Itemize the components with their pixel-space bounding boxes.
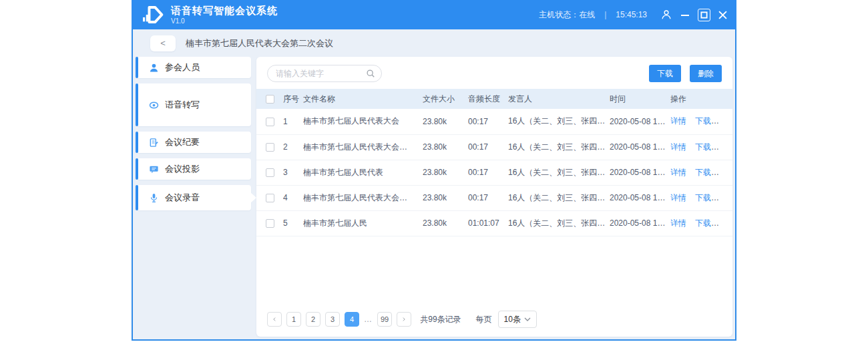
cell-index: 3 [283, 160, 303, 185]
cell-speakers: 16人（关二、刘三、张四…） [508, 109, 610, 134]
col-header-filename: 文件名称 [303, 89, 423, 109]
clock: 15:45:13 [616, 10, 647, 19]
cell-index: 5 [283, 210, 303, 236]
user-icon[interactable] [660, 9, 672, 21]
page-button-1[interactable]: 1 [286, 312, 301, 327]
row-delete-link[interactable]: 删除 [720, 193, 732, 202]
row-download-link[interactable]: 下载 [695, 142, 711, 152]
table-row: 2 楠丰市第七届人民代表大会… 23.80k 00:17 16人（关二、刘三、张… [256, 134, 732, 160]
row-delete-link[interactable]: 删除 [720, 142, 732, 152]
row-checkbox[interactable] [266, 118, 274, 126]
close-button[interactable] [718, 11, 727, 19]
sidebar-item-recordings[interactable]: 会议录音 [137, 185, 251, 210]
row-checkbox[interactable] [266, 194, 274, 202]
cell-time: 2020-05-08 19:36 [610, 185, 670, 210]
col-header-index: 序号 [283, 89, 303, 109]
back-button[interactable]: < [150, 35, 176, 51]
cell-index: 1 [283, 109, 303, 134]
app-version: V1.0 [171, 17, 278, 25]
prev-page-button[interactable] [267, 312, 282, 327]
brand: 语音转写智能会议系统 V1.0 [141, 5, 278, 25]
sidebar-item-label: 参会人员 [165, 61, 200, 73]
sidebar-item-voice-transcribe[interactable]: 语音转写 [137, 83, 251, 126]
page-button-3[interactable]: 3 [325, 312, 340, 327]
table-row: 4 楠丰市第七届人民代表大会… 23.80k 00:17 16人（关二、刘三、张… [256, 185, 732, 210]
chevron-left-icon [271, 317, 278, 321]
cell-actions: 详情下载删除 [670, 109, 732, 134]
row-delete-link[interactable]: 删除 [720, 168, 732, 177]
download-button[interactable]: 下载 [649, 65, 681, 82]
row-download-link[interactable]: 下载 [695, 218, 711, 228]
recordings-table: 序号 文件名称 文件大小 音频长度 发言人 时间 操作 1 楠丰市第七届人民代表… [256, 89, 732, 236]
cell-actions: 详情下载删除 [670, 160, 732, 185]
microphone-icon [149, 193, 159, 203]
title-bar: 语音转写智能会议系统 V1.0 主机状态：在线 | 15:45:13 [132, 0, 736, 29]
sidebar-item-label: 会议录音 [165, 192, 200, 204]
cell-filename: 楠丰市第七届人民 [303, 210, 423, 236]
cell-duration: 00:17 [468, 160, 508, 185]
table-row: 5 楠丰市第七届人民 23.80k 01:01:07 16人（关二、刘三、张四…… [256, 210, 732, 236]
select-all-checkbox[interactable] [266, 95, 274, 104]
app-title: 语音转写智能会议系统 [171, 5, 278, 16]
cell-time: 2020-05-08 19:36 [610, 134, 670, 160]
cell-index: 4 [283, 185, 303, 210]
page-button-2[interactable]: 2 [306, 312, 320, 327]
app-window: 语音转写智能会议系统 V1.0 主机状态：在线 | 15:45:13 [132, 0, 736, 341]
row-checkbox[interactable] [266, 219, 274, 228]
screenshot-stage: 语音转写智能会议系统 V1.0 主机状态：在线 | 15:45:13 [0, 0, 868, 342]
row-download-link[interactable]: 下载 [695, 116, 711, 126]
row-delete-link[interactable]: 删除 [720, 116, 732, 126]
row-download-link[interactable]: 下载 [695, 193, 711, 202]
per-page-select[interactable]: 10条 [498, 311, 537, 328]
col-header-filesize: 文件大小 [423, 89, 468, 109]
table-body: 1 楠丰市第七届人民代表大会 23.80k 00:17 16人（关二、刘三、张四… [256, 109, 732, 236]
cell-time: 2020-05-08 19:36 [610, 109, 670, 134]
next-page-button[interactable] [397, 312, 411, 327]
col-header-speakers: 发言人 [508, 89, 610, 109]
page-ellipsis: … [364, 315, 373, 324]
search-icon [366, 69, 375, 78]
delete-button[interactable]: 删除 [690, 65, 722, 82]
col-header-actions: 操作 [670, 89, 732, 109]
cell-duration: 01:01:07 [468, 210, 508, 236]
minimize-button[interactable] [680, 10, 690, 19]
sidebar: 参会人员 语音转写 会议纪要 [137, 57, 251, 216]
page-button-99[interactable]: 99 [377, 312, 392, 327]
row-delete-link[interactable]: 删除 [720, 218, 732, 228]
row-checkbox[interactable] [266, 168, 274, 177]
cell-actions: 详情下载删除 [670, 210, 732, 236]
page-button-4-active[interactable]: 4 [345, 312, 359, 327]
breadcrumb: < 楠丰市第七届人民代表大会第二次会议 [133, 29, 735, 57]
back-chevron-icon: < [160, 38, 166, 48]
cell-actions: 详情下载删除 [670, 134, 732, 160]
maximize-button[interactable] [698, 9, 710, 21]
pagination: 1 2 3 4 … 99 共99条记录 每页 10条 [267, 311, 537, 328]
row-checkbox[interactable] [266, 143, 274, 152]
sidebar-item-projection[interactable]: 会议投影 [137, 158, 251, 180]
cell-filesize: 23.80k [423, 160, 468, 185]
row-detail-link[interactable]: 详情 [670, 193, 686, 202]
sidebar-item-attendees[interactable]: 参会人员 [137, 57, 251, 78]
cell-filename: 楠丰市第七届人民代表 [303, 160, 423, 185]
cell-duration: 00:17 [468, 109, 508, 134]
sidebar-item-meeting-minutes[interactable]: 会议纪要 [137, 132, 251, 153]
row-detail-link[interactable]: 详情 [670, 168, 686, 177]
cell-filename: 楠丰市第七届人民代表大会… [303, 134, 423, 160]
cell-time: 2020-05-08 19:36 [610, 210, 670, 236]
sidebar-item-label: 会议纪要 [165, 136, 200, 148]
row-download-link[interactable]: 下载 [695, 168, 711, 177]
sidebar-item-label: 会议投影 [165, 163, 200, 175]
app-logo-icon [141, 5, 165, 25]
meeting-minutes-icon [149, 138, 159, 148]
row-detail-link[interactable]: 详情 [670, 142, 686, 152]
table-row: 3 楠丰市第七届人民代表 23.80k 00:17 16人（关二、刘三、张四…）… [256, 160, 732, 185]
toolbar: 下载 删除 [256, 57, 732, 89]
cell-duration: 00:17 [468, 185, 508, 210]
chevron-right-icon [401, 317, 407, 321]
search-input[interactable] [267, 65, 382, 82]
cell-filename: 楠丰市第七届人民代表大会 [303, 109, 423, 134]
sidebar-item-label: 语音转写 [165, 99, 200, 111]
row-detail-link[interactable]: 详情 [670, 218, 686, 228]
row-detail-link[interactable]: 详情 [670, 116, 686, 126]
host-status: 主机状态：在线 [539, 9, 595, 21]
